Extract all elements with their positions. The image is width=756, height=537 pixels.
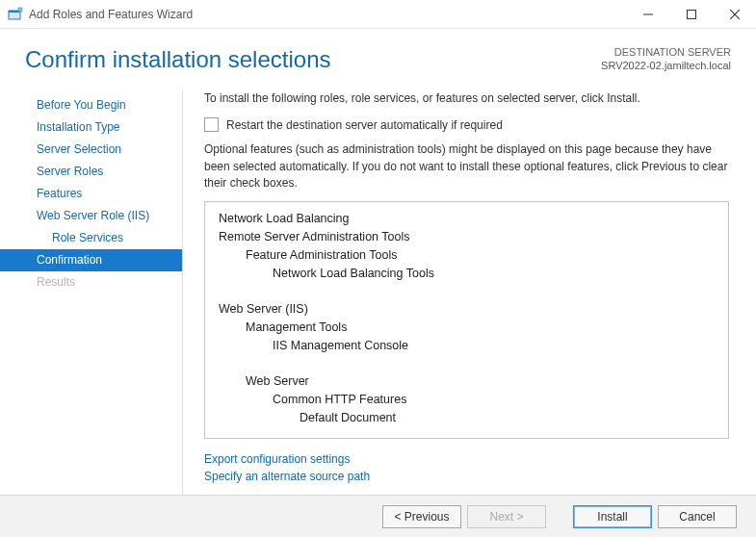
install-button[interactable]: Install xyxy=(573,505,652,528)
instruction-text: To install the following roles, role ser… xyxy=(204,90,729,106)
list-item xyxy=(219,282,715,300)
list-item: Remote Server Administration Tools xyxy=(219,228,715,246)
maximize-button[interactable] xyxy=(669,0,713,29)
page-title: Confirm installation selections xyxy=(25,46,330,73)
svg-rect-4 xyxy=(687,10,695,18)
wizard-nav: Before You BeginInstallation TypeServer … xyxy=(0,90,183,495)
list-item: Default Document xyxy=(219,409,715,427)
list-item: Common HTTP Features xyxy=(219,391,715,409)
nav-item[interactable]: Features xyxy=(0,183,182,205)
nav-item[interactable]: Before You Begin xyxy=(0,94,182,116)
alt-source-link[interactable]: Specify an alternate source path xyxy=(204,468,729,485)
svg-rect-2 xyxy=(18,8,22,12)
restart-checkbox-label: Restart the destination server automatic… xyxy=(226,118,503,132)
list-item xyxy=(219,354,715,372)
content-pane: To install the following roles, role ser… xyxy=(183,90,756,495)
optional-features-note: Optional features (such as administratio… xyxy=(204,141,729,192)
restart-checkbox-row[interactable]: Restart the destination server automatic… xyxy=(204,117,729,132)
nav-item[interactable]: Server Roles xyxy=(0,161,182,183)
window-title: Add Roles and Features Wizard xyxy=(29,8,193,21)
list-item: Feature Administration Tools xyxy=(219,246,715,265)
list-item: Network Load Balancing xyxy=(219,210,715,228)
wizard-icon xyxy=(8,7,23,22)
titlebar: Add Roles and Features Wizard xyxy=(0,0,756,29)
list-item: Management Tools xyxy=(219,319,715,337)
close-button[interactable] xyxy=(713,0,756,29)
minimize-button[interactable] xyxy=(626,0,669,29)
previous-button[interactable]: < Previous xyxy=(382,505,461,528)
nav-item[interactable]: Role Services xyxy=(0,227,182,249)
restart-checkbox[interactable] xyxy=(204,117,219,132)
nav-item[interactable]: Server Selection xyxy=(0,139,182,161)
list-item: IIS Management Console xyxy=(219,337,715,355)
list-item: Web Server (IIS) xyxy=(219,300,715,319)
list-item: Web Server xyxy=(219,372,715,391)
destination-server-block: DESTINATION SERVER SRV2022-02.jamiltech.… xyxy=(601,46,731,73)
selections-list[interactable]: Network Load BalancingRemote Server Admi… xyxy=(204,201,729,439)
footer: < Previous Next > Install Cancel xyxy=(0,495,756,537)
export-config-link[interactable]: Export configuration settings xyxy=(204,450,729,468)
next-button: Next > xyxy=(467,505,546,528)
nav-item[interactable]: Web Server Role (IIS) xyxy=(0,205,182,227)
nav-item[interactable]: Installation Type xyxy=(0,116,182,139)
nav-item[interactable]: Confirmation xyxy=(0,249,182,271)
destination-label: DESTINATION SERVER xyxy=(601,46,731,60)
cancel-button[interactable]: Cancel xyxy=(658,505,737,528)
header: Confirm installation selections DESTINAT… xyxy=(0,29,756,77)
destination-server: SRV2022-02.jamiltech.local xyxy=(601,60,731,73)
nav-item: Results xyxy=(0,271,182,294)
list-item: Network Load Balancing Tools xyxy=(219,265,715,283)
